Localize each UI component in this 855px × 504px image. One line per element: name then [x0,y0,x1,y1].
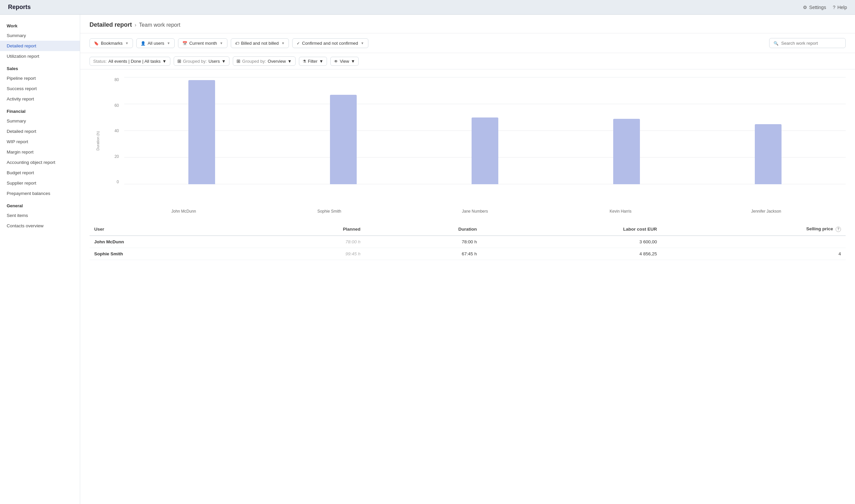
sidebar-item-sent-items[interactable]: Sent items [0,210,80,221]
bar-label: Kevin Harris [548,209,693,214]
chevron-down-icon: ▼ [351,59,355,64]
chevron-down-icon: ▼ [222,59,226,64]
sidebar-item-budget-report[interactable]: Budget report [0,167,80,178]
filter-button[interactable]: Filter ▼ [299,57,327,66]
col-header-duration: Duration [365,223,481,236]
col-header-planned: Planned [253,223,365,236]
bookmark-icon [94,41,99,46]
all-users-button[interactable]: All users ▼ [136,38,175,48]
search-wrapper[interactable] [769,38,845,48]
search-icon [773,40,779,46]
sidebar-item-summary-work[interactable]: Summary [0,30,80,41]
sidebar-item-detailed-report[interactable]: Detailed report [0,41,80,51]
sidebar-item-utilization-report[interactable]: Utilization report [0,51,80,61]
breadcrumb-child: Team work report [139,22,180,28]
sidebar-item-accounting-report[interactable]: Accounting object report [0,157,80,167]
confirmed-button[interactable]: Confirmed and not confirmed ▼ [292,38,368,48]
sidebar-section-sales: Sales [0,61,80,73]
chevron-down-icon: ▼ [167,41,170,45]
selling-price-help-icon[interactable]: ? [836,227,841,232]
bar-label: Sophie Smith [257,209,402,214]
eye-icon [334,59,338,64]
chevron-down-icon: ▼ [287,59,292,64]
all-users-label: All users [147,41,164,46]
bar-label: Jennifer Jackson [693,209,839,214]
data-table: UserPlannedDurationLabor cost EURSelling… [89,223,845,260]
filter-label: Filter [308,59,318,64]
y-axis-title: Duration (h) [96,131,100,150]
sidebar-item-success-report[interactable]: Success report [0,84,80,94]
sidebar-section-general: General [0,199,80,210]
settings-button[interactable]: Settings [803,5,826,10]
check-icon [297,41,300,46]
grouped-by-overview-button[interactable]: Grouped by: Overview ▼ [233,56,296,66]
sidebar-item-contacts-overview[interactable]: Contacts overview [0,221,80,231]
help-button[interactable]: Help [833,5,847,10]
toolbar: Bookmarks ▼ All users ▼ Current month ▼ … [80,33,855,53]
grouped-by-users-button[interactable]: Grouped by: Users ▼ [174,56,229,66]
bar [188,80,215,184]
billed-label: Billed and not billed [241,41,279,46]
bar-group [273,77,414,184]
grouped-by-1-prefix: Grouped by: [183,59,207,64]
bar [613,119,640,184]
sidebar-item-pipeline-report[interactable]: Pipeline report [0,73,80,84]
grouped-by-2-prefix: Grouped by: [242,59,266,64]
grouped-by-2-value: Overview [268,59,286,64]
bar-group [414,77,556,184]
bookmarks-label: Bookmarks [101,41,123,46]
sidebar-item-wip-report[interactable]: WIP report [0,137,80,147]
confirmed-label: Confirmed and not confirmed [302,41,358,46]
help-label: Help [837,5,847,10]
status-filter-button[interactable]: Status: All events | Done | All tasks ▼ [89,57,170,66]
chevron-down-icon: ▼ [162,59,167,64]
search-input[interactable] [781,41,841,46]
sidebar-item-supplier-report[interactable]: Supplier report [0,178,80,188]
table-row: John McDunn78:00 h78:00 h3 600,00 [89,236,845,248]
header-actions: Settings Help [803,5,847,10]
gear-icon [803,5,807,10]
cell-planned: 78:00 h [253,236,365,248]
chevron-down-icon: ▼ [361,41,364,45]
table-head: UserPlannedDurationLabor cost EURSelling… [89,223,845,236]
bar [755,124,782,184]
status-prefix: Status: [93,59,107,64]
cell-labor-cost: 3 600,00 [482,236,662,248]
y-axis-label: 80 [109,77,122,82]
cell-labor-cost: 4 856,25 [482,248,662,260]
help-icon [833,5,835,10]
cell-duration: 78:00 h [365,236,481,248]
view-button[interactable]: View ▼ [330,57,359,66]
cell-selling-price: 4 [662,248,845,260]
y-axis-label: 0 [109,180,122,184]
filter-icon [302,59,306,64]
chevron-down-icon: ▼ [319,59,324,64]
chevron-down-icon: ▼ [281,41,284,45]
current-month-button[interactable]: Current month ▼ [178,38,227,48]
grid-icon-2 [237,58,241,64]
chart-container: Duration (h) 020406080 John McDunnSophie… [80,69,855,223]
cell-selling-price [662,236,845,248]
col-header-labor_cost: Labor cost EUR [482,223,662,236]
billed-button[interactable]: Billed and not billed ▼ [231,38,289,48]
col-header-user: User [89,223,253,236]
cell-planned: 99:45 h [253,248,365,260]
page-header: Detailed report › Team work report [80,15,855,33]
user-icon [141,41,146,46]
sidebar-item-financial-detailed[interactable]: Detailed report [0,126,80,137]
sidebar-section-financial: Financial [0,104,80,116]
sub-toolbar: Status: All events | Done | All tasks ▼ … [80,53,855,69]
cell-user: Sophie Smith [89,248,253,260]
sidebar-item-prepayment-balances[interactable]: Prepayment balances [0,188,80,199]
bar [330,95,357,184]
sidebar-item-activity-report[interactable]: Activity report [0,94,80,104]
grid-icon [177,58,181,64]
sidebar-item-margin-report[interactable]: Margin report [0,147,80,157]
settings-label: Settings [809,5,826,10]
table-section: UserPlannedDurationLabor cost EURSelling… [80,223,855,269]
y-axis-label: 40 [109,128,122,133]
bookmarks-button[interactable]: Bookmarks ▼ [89,38,133,48]
status-value: All events | Done | All tasks [108,59,160,64]
breadcrumb: Detailed report › Team work report [89,21,845,29]
sidebar-item-financial-summary[interactable]: Summary [0,116,80,126]
